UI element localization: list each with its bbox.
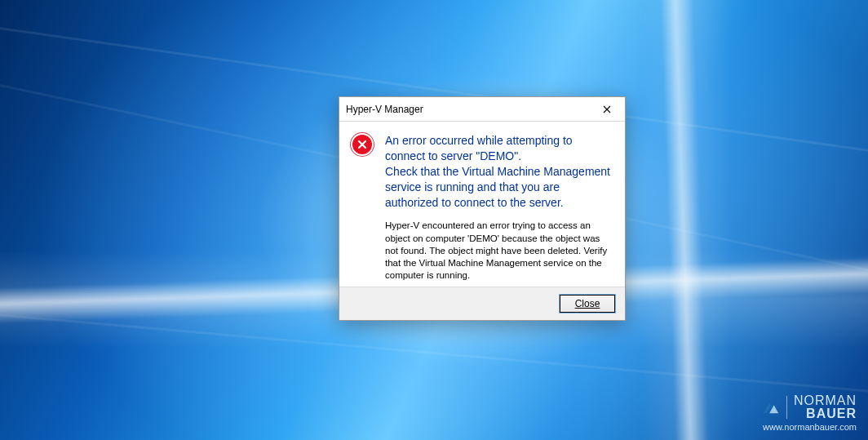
dialog-titlebar[interactable]: Hyper-V Manager <box>339 97 625 122</box>
brand-name: NORMAN BAUER <box>794 394 857 420</box>
svg-marker-1 <box>769 405 778 413</box>
brand-url: www.normanbauer.com <box>762 422 857 432</box>
close-icon[interactable] <box>588 97 625 121</box>
error-dialog: Hyper-V Manager An error occurred while … <box>339 96 626 321</box>
dialog-content: An error occurred while attempting to co… <box>339 122 625 287</box>
close-button-label: Close <box>575 298 600 309</box>
close-button[interactable]: Close <box>560 295 615 313</box>
error-icon <box>351 133 374 282</box>
brand-logo-icon <box>762 398 780 416</box>
dialog-main-message: An error occurred while attempting to co… <box>385 133 613 210</box>
dialog-title: Hyper-V Manager <box>346 104 423 115</box>
dialog-button-row: Close <box>339 287 625 320</box>
dialog-detail-message: Hyper-V encountered an error trying to a… <box>385 220 613 282</box>
svg-marker-0 <box>764 403 771 414</box>
watermark: NORMAN BAUER www.normanbauer.com <box>762 394 857 432</box>
divider <box>786 396 787 419</box>
